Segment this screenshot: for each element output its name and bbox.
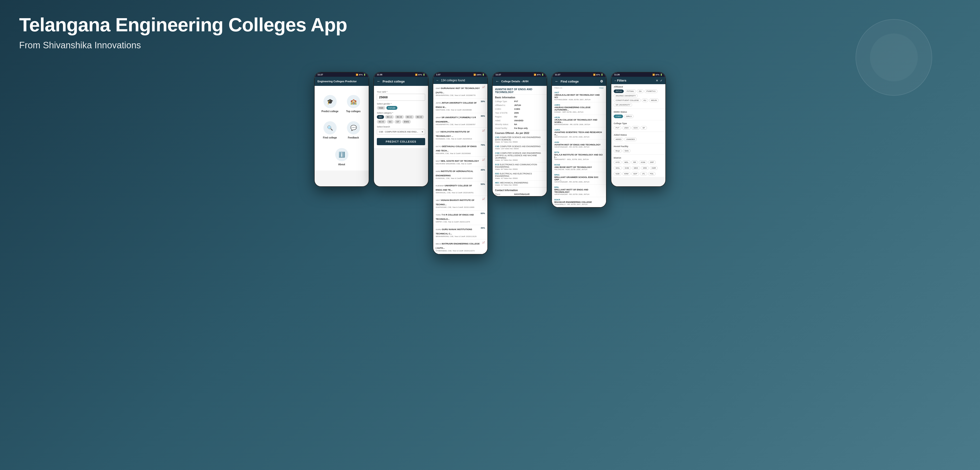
chip-female[interactable]: Female [387, 106, 398, 110]
chip-jtl[interactable]: JTL [640, 172, 647, 176]
chip-ku[interactable]: KU [642, 98, 648, 102]
college-item-ngit[interactable]: NGIT NEIL GOGTE INST OF TECHNOLOGY KACHI… [433, 157, 487, 167]
home-item-feedback[interactable]: 💬 Feedback [342, 117, 365, 143]
chip-sf[interactable]: SF [641, 126, 647, 130]
chip-jntuh[interactable]: JNTUH [614, 89, 624, 93]
details-back-arrow[interactable]: ← [495, 79, 500, 84]
college-item-guru[interactable]: GURU GURU NANAK INSTITUTIONS TECHNICAL C… [433, 225, 487, 240]
chip-rr[interactable]: RR [632, 160, 638, 164]
chip-anurag-uni[interactable]: ANURAG UNIVERSITY [614, 94, 638, 98]
college-item-tkrc[interactable]: TKRC T K R COLLEGE OF ENGG AND TECHNOLO.… [433, 211, 487, 225]
time-find: 11:27 [555, 73, 560, 76]
chevron-down-icon: ▾ [422, 130, 423, 133]
chip-sc[interactable]: SC [387, 120, 394, 124]
chip-mgun[interactable]: MGUN [649, 98, 659, 102]
chip-nzb[interactable]: NZB [614, 172, 621, 176]
college-item-jntm[interactable]: JNTM JNTUH UNIVERSITY COLLEGE OF ENGG M.… [433, 98, 487, 113]
home-item-top[interactable]: 🏫 Top colleges [342, 91, 365, 117]
chip-srd[interactable]: SRD [641, 166, 649, 170]
chip-ou[interactable]: OU [637, 89, 644, 93]
chip-ews[interactable]: EWS [402, 120, 411, 124]
chip-mdl[interactable]: MDL [622, 160, 630, 164]
time-results: 1:37 [436, 73, 441, 76]
college-item-gnit[interactable]: GNIT GURUNANAK INST OF TECHNOLOGY (AUTO.… [433, 84, 487, 98]
chip-univ[interactable]: UNIV [622, 126, 631, 130]
chip-wgl[interactable]: WGL [614, 166, 622, 170]
find-item-arjn[interactable]: ARJN ARJUN COLLEGE OF TECHNOLOGY AND SCI… [552, 115, 606, 127]
chip-pvt[interactable]: PVT [614, 126, 621, 130]
chip-girls[interactable]: GIRLS [624, 114, 633, 118]
college-item-gctc[interactable]: GCTC GEETANJALI COLLEGE OF ENGG AND TECH… [433, 142, 487, 157]
find-item-anrx[interactable]: ANRX ANURAG ENGINEERING COLLEGE AUTONOMO… [552, 102, 606, 115]
chip-pjtsau[interactable]: PJTSAU [625, 89, 636, 93]
college-item-mecs[interactable]: MECS MATRUSRI ENGINEERING COLLEGE ( AUTO… [433, 240, 487, 254]
chip-bca[interactable]: BC-A [385, 115, 394, 119]
chip-med[interactable]: MED [632, 166, 640, 170]
find-item-akit[interactable]: AKIT ABDULKALAM INST OF TECHNOLOGY AND S… [552, 90, 606, 102]
find-item-bose[interactable]: BOSE ANU BOSE INSTT OF TECHNOLOGY PALONC… [552, 162, 606, 172]
chip-kmr[interactable]: KMR [650, 166, 658, 170]
chip-gov[interactable]: GOV [632, 126, 640, 130]
chip-hyd[interactable]: HYD [614, 160, 622, 164]
course-ece: ECE ELECTRONICS AND COMMUNICATION ENGINE… [493, 162, 547, 171]
filters-back-arrow[interactable]: ← [614, 79, 617, 82]
detail-aided: Aided: UNAIDED [493, 119, 547, 122]
top-icon: 🏫 [347, 95, 360, 108]
results-header: ← 134 colleges found [433, 77, 487, 84]
find-item-asra[interactable]: ASRA AVANTHIS SCIENTIFIC TECH AND RESEAR… [552, 127, 606, 140]
filters-screen-content: Affiliated JNTUH PJTSAU OU PVNRTVU ANURA… [611, 84, 665, 177]
filters-check-icon[interactable]: ✓ [660, 79, 662, 82]
college-item-vbit[interactable]: VBIT VIGNAN BHARATI INSTITUTE OF TECHNO.… [433, 196, 487, 211]
college-item-vjit[interactable]: VJIT VIDYAJYOTHI INSTITUTE OF TECHNOLOGY… [433, 127, 487, 142]
find-back-arrow[interactable]: ← [555, 79, 558, 84]
branch-select[interactable]: CSE - COMPUTER SCIENCE AND ENGI... ▾ [377, 129, 425, 135]
trend-icon-vjit: 📈 [482, 129, 485, 132]
college-item-srhp[interactable]: SRHP SR UNIVERSITY ( FORMERLY S R ENGINE… [433, 113, 487, 128]
chip-constituent[interactable]: CONSTITUENT COLLEGE [614, 98, 641, 102]
chip-oc[interactable]: OC [377, 115, 384, 119]
chip-srp[interactable]: SRP [648, 160, 656, 164]
predict-button[interactable]: PREDICT COLLEGES [377, 138, 425, 145]
trend-icon-mecs: 📈 [482, 241, 485, 244]
chip-male[interactable]: Male [377, 106, 385, 110]
find-item-avih[interactable]: AVIH AVANTHI INST OF ENGG AND TECHNOLOGY… [552, 140, 606, 150]
filters-close-icon[interactable]: ✕ [656, 79, 658, 82]
filter-settings-icon[interactable]: ⚙ [600, 79, 603, 83]
chip-bcc[interactable]: BC-C [405, 115, 414, 119]
results-back-arrow[interactable]: ← [436, 79, 439, 82]
chip-bce[interactable]: BC-E [377, 120, 386, 124]
chip-khm[interactable]: KHM [623, 166, 631, 170]
detail-college-type: College Type: PVT [493, 100, 547, 103]
college-item-iare[interactable]: IARE INSTITUTE OF AERONAUTICAL ENGINEERI… [433, 167, 487, 181]
find-item-brig[interactable]: BRIG BRILLIANT GRAMMER SCHOOL EDNI SOC G… [552, 172, 606, 185]
chip-boys[interactable]: Boys [614, 149, 622, 152]
chip-krm[interactable]: KRM [622, 172, 630, 176]
find-item-bitn[interactable]: BITN BALAJI INSTITUTE OF TECHNOLOGY AND … [552, 150, 606, 162]
chip-coed[interactable]: COED [614, 114, 623, 118]
predict-back-arrow[interactable]: ← [377, 79, 381, 84]
phone-filters: 11:26 📶 87% 🔋 ← Filters ✕ ✓ Affiliated J… [611, 72, 666, 187]
chip-bcb[interactable]: BC-B [395, 115, 404, 119]
course-cse: CSE COMPUTER SCIENCE AND ENGINEERING Int… [493, 144, 547, 151]
chip-kgm[interactable]: KGM [639, 160, 647, 164]
college-item-kuewsf[interactable]: KUEWSF UNIVERSITY COLLEGE OF ENGG AND TE… [433, 181, 487, 196]
home-item-find[interactable]: 🔍 Find college [318, 117, 342, 143]
chip-sr-uni[interactable]: SR UNIVERSITY [614, 103, 632, 107]
find-label: Find college [323, 137, 337, 139]
chip-unaided[interactable]: UNAIDED [624, 138, 637, 141]
chip-girls-hostel[interactable]: Girls [623, 149, 630, 152]
home-item-about[interactable]: ℹ️ About [328, 148, 355, 170]
home-item-predict[interactable]: 🎓 Predict college [318, 91, 342, 117]
find-item-bskr[interactable]: BSKR BHASKAR ENGINEERING COLLEGE YENKAPA… [552, 197, 606, 207]
find-item-bril[interactable]: BRIL BRILLIANT INSTT OF ENGG AND TECHNOL… [552, 185, 606, 197]
chip-pvnrtvu[interactable]: PVNRTVU [644, 89, 657, 93]
detail-place: Place: HAYATHNAGAR [493, 192, 547, 196]
clear-label[interactable]: Clear [599, 87, 604, 89]
chip-sdp[interactable]: SDP [632, 172, 639, 176]
chip-st[interactable]: ST [395, 120, 401, 124]
rank-input[interactable]: 25668 [377, 94, 425, 101]
course-eee: EEE ELECTRICAL AND ELECTRONICS ENGINEERI… [493, 171, 547, 181]
chip-bcd[interactable]: BC-D [415, 115, 424, 119]
chip-aided[interactable]: AIDED [614, 138, 623, 141]
chip-pdl[interactable]: PDL [648, 172, 656, 176]
